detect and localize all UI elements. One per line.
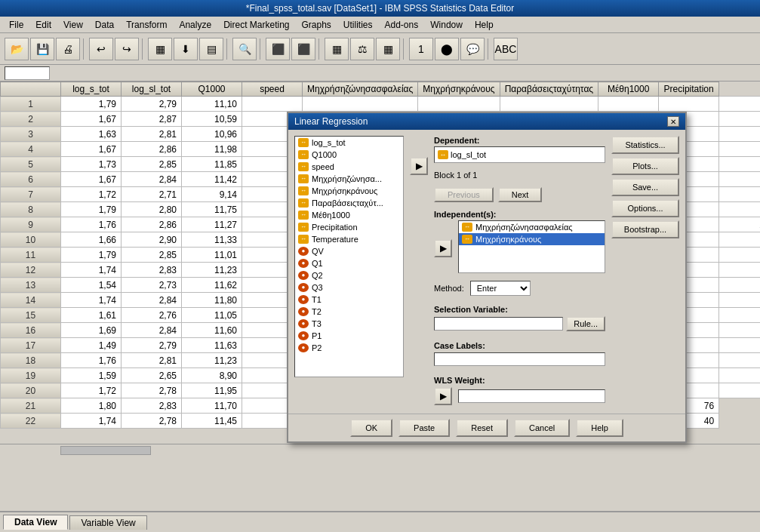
- nominal-icon: ●: [298, 319, 309, 328]
- dialog-body: ↔log_s_tot↔Q1000↔speed↔Μηχρήσηζώνησα...↔…: [288, 130, 685, 414]
- scale-icon: ↔: [298, 223, 309, 232]
- scale-icon: ↔: [298, 174, 309, 183]
- indep-item-label: Μηχρήσηκράνους: [475, 235, 541, 244]
- scale-icon: ↔: [298, 150, 309, 159]
- nominal-icon: ●: [298, 271, 309, 280]
- nominal-icon: ●: [298, 307, 309, 316]
- wls-weight-section: WLS Weight: ▶: [434, 376, 605, 407]
- var-item-label: Q1: [312, 259, 323, 268]
- selection-variable-input[interactable]: [434, 317, 563, 331]
- var-item-label: Q3: [312, 283, 323, 292]
- cancel-button[interactable]: Cancel: [514, 419, 570, 437]
- dependent-label: Dependent:: [434, 136, 605, 145]
- var-list-item[interactable]: ↔speed: [295, 161, 403, 173]
- var-item-label: Παραβάσειςταχύτ...: [312, 198, 383, 208]
- scale-icon: ↔: [298, 138, 309, 147]
- right-btn-plots-[interactable]: Plots...: [611, 157, 679, 175]
- selection-variable-row: Rule...: [434, 316, 605, 331]
- nominal-icon: ●: [298, 343, 309, 352]
- var-item-label: Μέθη1000: [312, 211, 350, 220]
- dependent-input[interactable]: ↔ log_sl_tot: [434, 146, 605, 163]
- var-list-item[interactable]: ●QV: [295, 245, 403, 257]
- scale-icon: ↔: [298, 235, 309, 244]
- var-list-item[interactable]: ↔log_s_tot: [295, 137, 403, 149]
- block-nav: Block 1 of 1: [434, 171, 605, 180]
- block-buttons: Previous Next: [434, 187, 605, 202]
- var-list-item[interactable]: ●Q3: [295, 281, 403, 294]
- dialog-bottom-buttons: OKPasteResetCancelHelp: [288, 414, 685, 441]
- right-buttons: Statistics...Plots...Save...Options...Bo…: [611, 136, 679, 407]
- dialog-title-text: Linear Regression: [294, 116, 368, 127]
- independents-label: Independent(s):: [434, 210, 605, 219]
- dialog-overlay: Linear Regression ✕ ↔log_s_tot↔Q1000↔spe…: [0, 0, 760, 456]
- var-list-item[interactable]: ↔Μέθη1000: [295, 209, 403, 221]
- var-list-item[interactable]: ↔Μηχρήσηκράνους: [295, 185, 403, 197]
- var-list-item[interactable]: ●Q2: [295, 269, 403, 281]
- method-select[interactable]: Enter Stepwise Remove Backward Forward: [470, 281, 531, 296]
- wls-weight-input[interactable]: [458, 389, 605, 403]
- case-labels-section: Case Labels:: [434, 341, 605, 368]
- var-item-label: Q2: [312, 271, 323, 280]
- var-list-item[interactable]: ●P2: [295, 342, 403, 354]
- var-list-item[interactable]: ↔Q1000: [295, 149, 403, 161]
- var-list-item[interactable]: ↔Μηχρήσηζώνησα...: [295, 173, 403, 185]
- scale-icon: ↔: [298, 198, 309, 208]
- nominal-icon: ●: [298, 295, 309, 304]
- case-labels-row: [434, 352, 605, 366]
- paste-button[interactable]: Paste: [398, 419, 450, 437]
- variable-list-container: ↔log_s_tot↔Q1000↔speed↔Μηχρήσηζώνησα...↔…: [294, 136, 404, 407]
- dialog-title-bar: Linear Regression ✕: [288, 113, 685, 130]
- rule-button[interactable]: Rule...: [566, 316, 605, 331]
- middle-section: Dependent: ↔ log_sl_tot Block 1 of 1 Pre…: [434, 136, 605, 407]
- nominal-icon: ●: [298, 259, 309, 268]
- reset-button[interactable]: Reset: [456, 419, 508, 437]
- var-item-label: T1: [312, 295, 322, 304]
- wls-arrow-button[interactable]: ▶: [434, 387, 452, 405]
- var-item-label: Precipitation: [312, 223, 358, 232]
- var-list-item[interactable]: ●P1: [295, 330, 403, 342]
- var-list-item[interactable]: ●T1: [295, 294, 403, 306]
- dependent-section: Dependent: ↔ log_sl_tot: [434, 136, 605, 163]
- previous-button[interactable]: Previous: [434, 187, 494, 202]
- var-item-label: Temperature: [312, 235, 358, 244]
- method-label: Method:: [434, 284, 464, 293]
- nominal-icon: ●: [298, 247, 309, 256]
- dep-icon: ↔: [438, 150, 448, 159]
- var-list-item[interactable]: ↔Παραβάσειςταχύτ...: [295, 197, 403, 209]
- var-list-item[interactable]: ●T2: [295, 306, 403, 318]
- nominal-icon: ●: [298, 283, 309, 292]
- indep-list-item[interactable]: ↔Μηχρήσηζώνησασφαλείας: [459, 221, 605, 233]
- case-labels-input[interactable]: [434, 352, 605, 366]
- independents-list[interactable]: ↔Μηχρήσηζώνησασφαλείας↔Μηχρήσηκράνους: [458, 220, 605, 273]
- right-btn-statistics-[interactable]: Statistics...: [611, 136, 679, 154]
- help-button[interactable]: Help: [576, 419, 623, 437]
- arrow-buttons-col: ▶: [410, 136, 428, 407]
- var-list-item[interactable]: ↔Temperature: [295, 233, 403, 245]
- dep-row: ↔ log_sl_tot: [434, 146, 605, 163]
- var-list-item[interactable]: ●Q1: [295, 257, 403, 269]
- indep-row: ▶ ↔Μηχρήσηζώνησασφαλείας↔Μηχρήσηκράνους: [434, 220, 605, 273]
- var-list-item[interactable]: ●T3: [295, 318, 403, 330]
- next-button[interactable]: Next: [498, 187, 543, 202]
- right-btn-bootstrap-[interactable]: Bootstrap...: [611, 220, 679, 238]
- selection-variable-label: Selection Variable:: [434, 305, 605, 314]
- dep-arrow-button[interactable]: ▶: [410, 157, 428, 175]
- var-item-label: QV: [312, 247, 324, 256]
- var-item-label: log_s_tot: [312, 138, 346, 147]
- right-btn-options-[interactable]: Options...: [611, 199, 679, 217]
- independents-section: Independent(s): ▶ ↔Μηχρήσηζώνησασφαλείας…: [434, 210, 605, 273]
- var-item-label: Μηχρήσηκράνους: [312, 186, 377, 195]
- variable-list[interactable]: ↔log_s_tot↔Q1000↔speed↔Μηχρήσηζώνησα...↔…: [294, 136, 404, 377]
- ok-button[interactable]: OK: [350, 419, 392, 437]
- wls-weight-row: ▶: [434, 387, 605, 405]
- dialog-close-button[interactable]: ✕: [667, 116, 679, 127]
- scale-icon: ↔: [462, 235, 472, 244]
- case-labels-label: Case Labels:: [434, 341, 605, 350]
- method-row: Method: Enter Stepwise Remove Backward F…: [434, 281, 605, 296]
- indep-list-item[interactable]: ↔Μηχρήσηκράνους: [459, 233, 605, 245]
- var-item-label: P1: [312, 331, 322, 340]
- indep-col: ↔Μηχρήσηζώνησασφαλείας↔Μηχρήσηκράνους: [458, 220, 605, 273]
- indep-arrow-button[interactable]: ▶: [434, 239, 452, 257]
- right-btn-save-[interactable]: Save...: [611, 178, 679, 196]
- var-list-item[interactable]: ↔Precipitation: [295, 221, 403, 233]
